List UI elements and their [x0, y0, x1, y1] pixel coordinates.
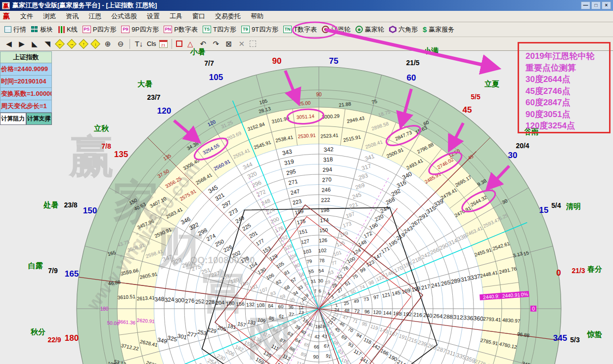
svg-text:58: 58: [283, 284, 291, 291]
toolbar-button-板块[interactable]: 板块: [29, 24, 55, 35]
svg-text:39: 39: [294, 324, 302, 331]
svg-text:40: 40: [300, 328, 307, 336]
svg-text:141: 141: [359, 356, 370, 364]
rotate-cw-icon[interactable]: ↷: [211, 40, 221, 48]
move-right-icon[interactable]: →: [67, 39, 77, 49]
svg-text:214: 214: [396, 359, 407, 364]
dart-up-icon[interactable]: ◣: [30, 40, 40, 48]
draw-triangle-icon[interactable]: △: [185, 40, 195, 48]
svg-text:360: 360: [473, 315, 483, 322]
rotate-ccw-icon[interactable]: ↶: [198, 40, 208, 48]
svg-text:268: 268: [385, 196, 395, 205]
svg-text:121: 121: [382, 291, 391, 298]
toolbar-button-P数字表[interactable]: PNP数字表: [161, 24, 200, 35]
svg-text:3254.55: 3254.55: [202, 142, 220, 156]
svg-text:316: 316: [395, 179, 407, 190]
svg-text:272: 272: [256, 189, 266, 198]
江恩轮-icon: [322, 26, 329, 33]
svg-text:2598.41: 2598.41: [145, 248, 164, 259]
svg-text:297: 297: [220, 199, 232, 209]
zoom-out-icon[interactable]: ⊖: [116, 40, 126, 48]
toolbar-button-9P四方形[interactable]: P99P四方形: [119, 24, 161, 35]
button-计算支撑[interactable]: 计算支撑: [26, 113, 52, 125]
calendar-icon[interactable]: 21: [159, 40, 168, 48]
menu-item-资讯[interactable]: 资讯: [61, 11, 83, 22]
svg-text:44: 44: [328, 330, 335, 337]
menu-item-公式选股[interactable]: 公式选股: [107, 11, 141, 22]
svg-text:241: 241: [431, 281, 441, 289]
svg-text:313: 313: [460, 275, 472, 283]
menu-item-文件[interactable]: 文件: [16, 11, 38, 22]
svg-text:265: 265: [440, 279, 451, 287]
cls-button[interactable]: Cls: [147, 40, 156, 47]
svg-text:25: 25: [343, 300, 349, 306]
box-x-icon[interactable]: ⊠: [224, 40, 234, 48]
svg-text:177: 177: [255, 238, 265, 247]
svg-text:2898.58: 2898.58: [371, 121, 390, 131]
toolbar-button-赢家轮[interactable]: ◉赢家轮: [353, 24, 387, 35]
move-down-icon[interactable]: ↓: [90, 39, 100, 49]
svg-text:198: 198: [320, 206, 330, 213]
svg-text:2440.91: 2440.91: [483, 293, 501, 300]
svg-text:2793.41: 2793.41: [483, 316, 501, 323]
svg-text:165: 165: [107, 249, 116, 257]
menu-item-工具[interactable]: 工具: [165, 11, 187, 22]
menu-item-设置[interactable]: 设置: [142, 11, 164, 22]
menu-item-窗口[interactable]: 窗口: [188, 11, 210, 22]
svg-text:17: 17: [310, 323, 316, 329]
close-button[interactable]: ×: [602, 1, 611, 9]
toolbar-button-江恩轮[interactable]: 江恩轮: [319, 24, 353, 35]
menu-item-浏览[interactable]: 浏览: [39, 11, 60, 22]
next-icon[interactable]: ▶: [17, 40, 27, 48]
svg-text:324: 324: [165, 296, 175, 303]
toolbar-button-P四方形[interactable]: PSP四方形: [80, 24, 119, 35]
svg-text:2605.91: 2605.91: [139, 271, 158, 280]
svg-text:4830.97: 4830.97: [502, 317, 521, 324]
button-计算阻力[interactable]: 计算阻力: [0, 113, 26, 125]
svg-text:348: 348: [154, 295, 165, 303]
cross-arrows-icon[interactable]: ✕: [237, 40, 247, 48]
menu-item-交易委托[interactable]: 交易委托: [211, 11, 245, 22]
app-window: { "title_bar": { "title": "赢家江恩专业版[赢家服务平…: [0, 0, 613, 364]
toolbar-button-T四方形[interactable]: TST四方形: [200, 24, 239, 35]
svg-text:www.yingjia360.com: www.yingjia360.com: [83, 158, 204, 315]
toolbar-button-K线[interactable]: K线: [55, 24, 80, 35]
svg-text:3712.22: 3712.22: [121, 343, 139, 352]
svg-text:325: 325: [167, 334, 178, 343]
svg-text:142: 142: [371, 342, 381, 351]
wheel-label-20/4: 20/4: [516, 142, 529, 150]
svg-text:42: 42: [314, 334, 320, 340]
pin-icon[interactable]: [250, 40, 256, 47]
svg-text:21: 21: [327, 319, 334, 325]
wheel-label-惊蛰: 惊蛰: [587, 330, 602, 338]
prev-icon[interactable]: ◀: [4, 40, 14, 48]
wheel-label-120: 120: [157, 106, 171, 116]
svg-text:245: 245: [351, 192, 362, 200]
move-left-icon[interactable]: ←: [55, 39, 65, 49]
minimize-button[interactable]: —: [581, 1, 590, 9]
svg-text:3610.51: 3610.51: [117, 294, 135, 300]
move-up-icon[interactable]: ↑: [79, 39, 88, 49]
maximize-button[interactable]: □: [591, 1, 601, 9]
svg-text:47: 47: [342, 314, 349, 321]
svg-text:家: 家: [113, 176, 159, 227]
toolbar-button-六角形[interactable]: 六角形: [387, 24, 420, 35]
toolbar-button-T数字表[interactable]: TNT数字表: [281, 24, 319, 35]
t-sort-icon[interactable]: T↓: [134, 40, 144, 48]
板块-icon: [31, 26, 38, 33]
svg-text:340: 340: [401, 170, 413, 181]
menu-item-帮助[interactable]: 帮助: [246, 11, 268, 22]
draw-square-icon[interactable]: [176, 40, 182, 47]
svg-text:2583.41: 2583.41: [165, 206, 184, 220]
dart-down-icon[interactable]: ◥: [43, 40, 52, 48]
toolbar-button-9T四方形[interactable]: T99T四方形: [239, 24, 281, 35]
svg-text:346: 346: [179, 215, 192, 226]
svg-text:227: 227: [210, 270, 220, 278]
svg-text:274: 274: [206, 233, 217, 242]
menu-item-江恩[interactable]: 江恩: [84, 11, 106, 22]
svg-text:15: 15: [302, 317, 309, 324]
svg-text:11: 11: [299, 300, 305, 306]
zoom-in-icon[interactable]: ⊕: [103, 40, 113, 48]
toolbar-button-行情[interactable]: 行情: [2, 24, 29, 35]
toolbar-button-赢家服务[interactable]: $赢家服务: [420, 24, 457, 35]
